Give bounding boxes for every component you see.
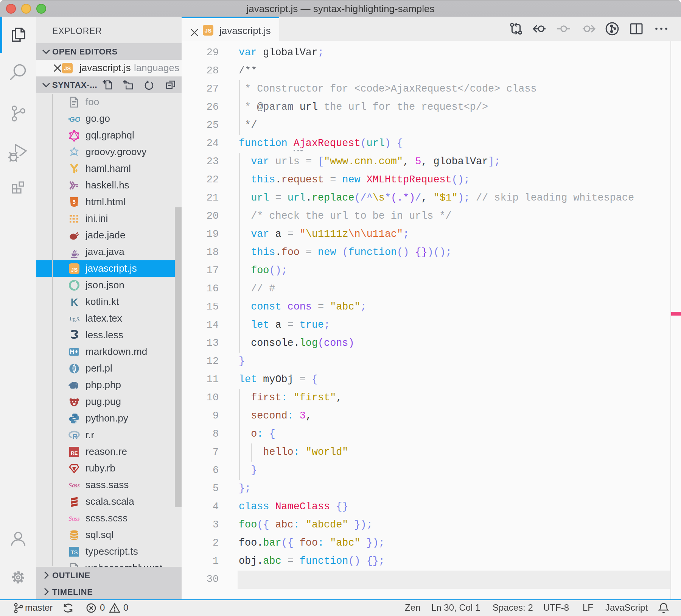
svg-text:Sass: Sass	[68, 515, 79, 522]
svg-text:R: R	[73, 432, 78, 440]
svg-text:Sass: Sass	[68, 482, 79, 488]
svg-text:5: 5	[73, 199, 76, 205]
svg-text:K: K	[71, 297, 78, 308]
svg-text:GO: GO	[69, 115, 80, 123]
svg-text:TEX: TEX	[69, 316, 80, 323]
svg-text:RE: RE	[71, 450, 78, 456]
svg-text:TS: TS	[70, 549, 78, 555]
svg-text:JS: JS	[71, 266, 78, 273]
